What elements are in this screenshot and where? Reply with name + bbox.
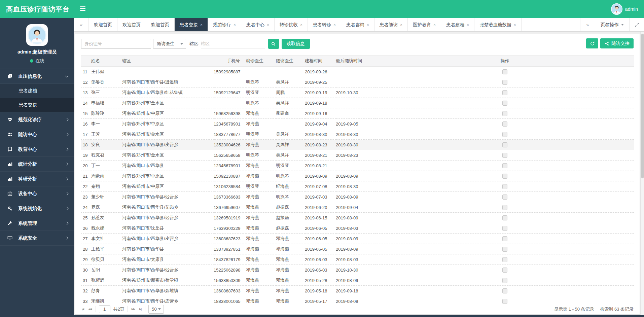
row-select-checkbox[interactable] (502, 132, 507, 137)
sidebar-item-system-init[interactable]: 系统初始化 (0, 201, 74, 216)
table-row[interactable]: 26魏永娜河南省/周口市/沈丘县17639300229邓海燕赵振磊2019-06… (81, 223, 634, 234)
read-info-button[interactable]: 读取信息 (282, 39, 310, 49)
row-select-checkbox[interactable] (502, 195, 507, 200)
search-button[interactable] (268, 39, 279, 49)
tab-welcome-home-2[interactable]: 欢迎首页 (117, 18, 146, 31)
row-select-checkbox[interactable] (502, 90, 507, 95)
table-row[interactable]: 30岳阳河南省/周口市/西华县/迟营乡15225062898邓海燕邓海燕2019… (81, 265, 634, 275)
next-page-button[interactable]: ▶▶ (131, 306, 136, 312)
tab-operations-dropdown[interactable]: 页签操作 (595, 18, 629, 31)
row-select-checkbox[interactable] (502, 278, 507, 283)
tab-patient-referral[interactable]: 患者转诊× (308, 18, 341, 31)
sidebar-item-system-security[interactable]: 系统安全 (0, 231, 74, 246)
tab-welcome-home-3[interactable]: 欢迎首页 (146, 18, 175, 31)
table-row[interactable]: 22秦翔河南省/郑州市/中原区13106236584明汉琴纪海燕2019-07-… (81, 181, 634, 192)
table-row[interactable]: 28王艳平河南省/周口市/西华县13373927851邓海燕邓海燕2019-06… (81, 244, 634, 254)
row-select-checkbox[interactable] (502, 69, 507, 74)
close-icon[interactable]: × (400, 23, 402, 27)
close-icon[interactable]: × (514, 23, 516, 27)
close-icon[interactable]: × (333, 23, 336, 27)
row-select-checkbox[interactable] (502, 288, 507, 293)
table-row[interactable]: 31张耀辉河南省/郑州市/新密市/苟堂镇15638850309邓海燕邓海燕201… (81, 275, 634, 286)
row-select-checkbox[interactable] (502, 121, 507, 127)
row-select-checkbox[interactable] (502, 257, 507, 262)
row-select-checkbox[interactable] (502, 142, 507, 147)
first-page-button[interactable]: |◀ (81, 306, 84, 312)
table-row[interactable]: 33宋继凯河南省/周口市/西华县/皮营乡18838001065邓海燕邓海燕201… (81, 296, 634, 304)
tab-referral-receive[interactable]: 转诊接收× (275, 18, 308, 31)
fullscreen-icon[interactable] (629, 18, 644, 31)
tab-patient-filing[interactable]: 患者建档× (441, 18, 474, 31)
sidebar-item-education-center[interactable]: 教育中心 (0, 142, 74, 157)
row-select-checkbox[interactable] (502, 205, 507, 210)
table-row[interactable]: 20丁一河南省/周口市/西华县12345678901邓海燕明汉琴2019-08-… (81, 161, 634, 171)
close-icon[interactable]: × (467, 23, 469, 27)
row-select-checkbox[interactable] (502, 153, 507, 158)
prev-page-button[interactable]: ◀◀ (87, 306, 92, 312)
row-select-checkbox[interactable] (502, 174, 507, 179)
table-row[interactable]: 15陈玲玲河南省/郑州市/中原区15968256398邓海燕晁建鑫2019-09… (81, 108, 634, 119)
district-input[interactable] (201, 39, 265, 48)
row-select-checkbox[interactable] (502, 268, 507, 273)
table-row[interactable]: 27李文社河南省/周口市/西华县/皮营乡13608687623邓海燕邓海燕201… (81, 234, 634, 244)
sidebar-item-research-analysis[interactable]: 科研分析 (0, 172, 74, 186)
sidebar-item-followup-center[interactable]: 随访中心 (0, 127, 74, 142)
tab-medical-education[interactable]: 医护教育× (408, 18, 441, 31)
table-row[interactable]: 13张三河南省/周口市/西华县/红花集镇15092129647明汉琴周鹏2019… (81, 87, 634, 98)
table-row[interactable]: 18安良河南省/周口市/西华县/皮营乡13523004626邓海燕吴凤祥2019… (81, 140, 634, 150)
close-icon[interactable]: × (367, 23, 369, 27)
tab-patient-followup[interactable]: 患者随访× (374, 18, 408, 31)
tab-standard-care[interactable]: 规范诊疗× (208, 18, 241, 31)
table-row[interactable]: 32彭青河南省/周口市/西华县/聂堆镇13608687603邓海燕邓海燕2019… (81, 286, 634, 296)
id-card-input[interactable] (81, 39, 151, 49)
followup-handover-button[interactable]: 随访交接 (600, 38, 634, 48)
row-select-checkbox[interactable] (502, 236, 507, 241)
close-icon[interactable]: × (234, 23, 236, 27)
row-select-checkbox[interactable] (502, 226, 507, 231)
row-select-checkbox[interactable] (502, 101, 507, 106)
sidebar-toggle-icon[interactable] (80, 6, 87, 12)
followup-doctor-select[interactable]: 随访医生 (153, 39, 186, 49)
sidebar-subitem-patient-filing[interactable]: 患者建档 (0, 84, 74, 98)
table-row[interactable]: 24罗磊河南省/周口市/西华县/艾岗乡13676959607邓海燕赵振磊2019… (81, 202, 634, 213)
close-icon[interactable]: × (267, 23, 269, 27)
row-select-checkbox[interactable] (502, 80, 507, 85)
page-size-select[interactable]: 50 (148, 305, 164, 314)
tab-patient-handover[interactable]: 患者交接× (175, 18, 208, 31)
row-select-checkbox[interactable] (502, 215, 507, 220)
table-row[interactable]: 19程克召河南省/郑州市/金水区15625658658明汉琴吴凤祥2019-08… (81, 150, 634, 161)
row-select-checkbox[interactable] (502, 247, 507, 252)
sidebar-item-system-admin[interactable]: 系统管理 (0, 216, 74, 231)
sidebar-item-standardized-care[interactable]: 规范化诊疗 (0, 112, 74, 127)
sidebar-item-bp-informatization[interactable]: 血压信息化 (0, 69, 74, 84)
table-row[interactable]: 29徐贝贝河南省/周口市/太康县18437826179邓海燕邓海燕2019-06… (81, 254, 634, 265)
close-icon[interactable]: × (200, 23, 203, 27)
table-row[interactable]: 23董少轩河南省/周口市/西华县/迟营乡13673366683邓海燕明汉琴201… (81, 192, 634, 202)
sidebar-subitem-patient-handover[interactable]: 患者交接 (0, 98, 74, 112)
tab-zhang-churuo-glucose[interactable]: 张楚若血糖数据× (474, 18, 522, 31)
header-user-menu[interactable]: admin (611, 3, 638, 15)
tab-patient-center[interactable]: 患者中心× (241, 18, 275, 31)
refresh-button[interactable] (586, 38, 598, 48)
tabs-scroll-right-icon[interactable]: » (580, 18, 595, 31)
row-select-checkbox[interactable] (502, 299, 507, 304)
tab-patient-consult[interactable]: 患者咨询× (341, 18, 374, 31)
row-select-checkbox[interactable] (502, 111, 507, 116)
table-row[interactable]: 14申福继河南省/郑州市/金水区明汉琴吴凤祥2019-09-18 (81, 98, 634, 108)
table-row[interactable]: 17王芳河南省/郑州市/金水区18837778677明汉琴吴凤祥2019-08-… (81, 129, 634, 140)
close-icon[interactable]: × (433, 23, 436, 27)
row-select-checkbox[interactable] (502, 184, 507, 189)
sidebar-item-statistical-analysis[interactable]: 统计分析 (0, 157, 74, 172)
tab-welcome-home-1[interactable]: 欢迎首页 (89, 18, 117, 31)
page-number-input[interactable] (99, 305, 110, 313)
table-row[interactable]: 16李一河南省/郑州市/中原区12345678901邓海燕2019-09-042… (81, 119, 634, 129)
table-row[interactable]: 21周豪雨河南省/郑州市/中原区15092130887邓海燕明汉琴2019-08… (81, 171, 634, 181)
tabs-scroll-left-icon[interactable]: « (74, 18, 89, 31)
sidebar-item-device-center[interactable]: 设备中心 (0, 186, 74, 201)
table-row[interactable]: 25孙惹友河南省/周口市/西华县/迟营乡13269581919邓海燕赵振磊201… (81, 213, 634, 223)
close-icon[interactable]: × (300, 23, 302, 27)
row-select-checkbox[interactable] (502, 163, 507, 168)
scrollbar-thumb[interactable] (641, 34, 644, 178)
table-row[interactable]: 12邵晏香河南省/周口市/西华县/逍遥镇明汉琴吴凤祥2019-09-25 (81, 77, 634, 87)
table-row[interactable]: 11王伟健150929858872019-09-26 (81, 67, 634, 77)
